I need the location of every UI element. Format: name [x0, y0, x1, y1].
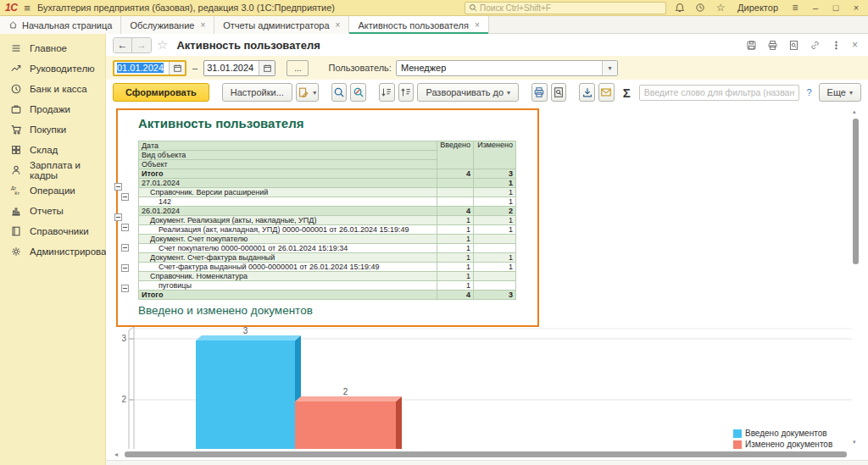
tab-close-icon[interactable]: ×: [200, 20, 205, 30]
date-from-input[interactable]: 01.01.2024: [114, 62, 169, 75]
help-icon[interactable]: ?: [806, 87, 811, 97]
sidebar-item-warehouse[interactable]: Склад: [0, 140, 105, 160]
sidebar-item-administration[interactable]: Администрирование: [0, 241, 105, 262]
scroll-up-icon[interactable]: ▴: [853, 108, 856, 115]
global-search[interactable]: [465, 2, 666, 14]
collapse-group-icon[interactable]: [121, 224, 129, 231]
table-row[interactable]: Документ. Счет покупателю 1: [139, 235, 516, 244]
search-button[interactable]: [331, 83, 348, 102]
sidebar-item-operations[interactable]: ДтКтОперации: [0, 180, 105, 201]
global-search-input[interactable]: [480, 3, 649, 13]
report-variants-button[interactable]: ▾: [296, 83, 319, 102]
toolbar-print-button[interactable]: [531, 83, 548, 102]
tab-bar: Начальная страницаОбслуживание×Отчеты ад…: [0, 16, 868, 34]
tab-label: Обслуживание: [130, 20, 194, 30]
date-to-input[interactable]: 31.01.2024: [204, 61, 259, 75]
user-select-arrow-icon[interactable]: ▾: [602, 61, 617, 75]
user-filter-label: Пользователь:: [328, 63, 391, 73]
scroll-down-icon[interactable]: ▾: [853, 439, 856, 446]
history-icon[interactable]: [693, 1, 707, 14]
user-select[interactable]: Менеджер ▾: [396, 60, 618, 76]
generate-button[interactable]: Сформировать: [113, 83, 209, 102]
close-report-icon[interactable]: ×: [852, 39, 858, 51]
collapse-group-icon[interactable]: [121, 264, 129, 272]
gear-icon: [10, 246, 22, 257]
date-from-calendar-button[interactable]: [169, 62, 185, 75]
save-icon[interactable]: [746, 40, 757, 51]
person-icon: [10, 164, 22, 176]
table-row[interactable]: Итого 4 3: [139, 291, 516, 300]
report-title: Активность пользователя: [138, 115, 537, 132]
horizontal-scroll-thumb[interactable]: [125, 451, 847, 457]
quick-filter-input[interactable]: [639, 85, 800, 101]
sidebar-item-salary-hr[interactable]: Зарплата и кадры: [0, 160, 105, 180]
period-dash: –: [192, 63, 198, 73]
scroll-left-icon[interactable]: ◂: [114, 451, 118, 458]
table-row[interactable]: Счет-фактура выданный 0000-0000001 от 26…: [139, 263, 516, 272]
more-actions-icon[interactable]: [831, 40, 842, 51]
collapse-group-icon[interactable]: [121, 285, 129, 292]
sidebar-item-label: Руководителю: [30, 64, 95, 74]
report-toolbar: Сформировать Настройки... ▾ Разворачиват…: [106, 80, 868, 105]
minimize-button[interactable]: –: [809, 3, 822, 13]
sidebar-item-sales[interactable]: Продажи: [0, 99, 105, 119]
vertical-scrollbar[interactable]: ▴ ▾: [852, 107, 860, 449]
tab-user-activity[interactable]: Активность пользователя×: [349, 16, 488, 34]
table-row[interactable]: пуговицы 1: [139, 281, 516, 291]
sidebar-item-purchases[interactable]: Покупки: [0, 119, 105, 140]
report-header-icons: ×: [746, 39, 861, 51]
get-link-icon[interactable]: [810, 40, 821, 51]
table-row[interactable]: Итого 4 3: [139, 169, 516, 179]
table-row[interactable]: Реализация (акт, накладная, УПД) 0000-00…: [139, 225, 516, 235]
table-row[interactable]: Счет покупателю 0000-000001 от 26.01.202…: [139, 244, 516, 253]
table-row[interactable]: 26.01.2024 4 2: [139, 207, 516, 216]
tab-service[interactable]: Обслуживание×: [121, 16, 214, 34]
tab-admin-reports[interactable]: Отчеты администратора×: [214, 16, 349, 34]
table-row[interactable]: Документ. Реализация (акты, накладные, У…: [139, 216, 516, 225]
back-button[interactable]: ←: [114, 38, 132, 53]
table-row[interactable]: Справочник. Номенклатура 1: [139, 272, 516, 281]
tab-home[interactable]: Начальная страница: [0, 16, 121, 34]
sidebar-item-main[interactable]: Главное: [0, 38, 105, 58]
date-to-calendar-button[interactable]: [259, 61, 275, 75]
collapse-all-button[interactable]: [398, 83, 415, 102]
collapse-group-icon[interactable]: [114, 183, 122, 191]
print-preview-icon[interactable]: [788, 40, 799, 51]
collapse-group-icon[interactable]: [114, 213, 122, 221]
sidebar-item-bank-cash[interactable]: Банк и касса: [0, 79, 105, 99]
favorites-icon[interactable]: ☆: [714, 1, 727, 14]
collapse-group-icon[interactable]: [121, 244, 129, 252]
expand-to-button[interactable]: Разворачивать до▾: [417, 83, 519, 102]
close-window-button[interactable]: ×: [849, 3, 863, 13]
toolbar-preview-button[interactable]: [551, 83, 567, 102]
sidebar-item-catalogs[interactable]: Справочники: [0, 221, 105, 241]
print-icon[interactable]: [767, 40, 778, 51]
user-name[interactable]: Директор: [737, 3, 778, 13]
more-button[interactable]: Еще▾: [819, 83, 861, 102]
forward-button[interactable]: →: [132, 38, 151, 53]
maximize-button[interactable]: □: [829, 3, 843, 13]
save-file-button[interactable]: [579, 83, 595, 102]
send-email-button[interactable]: [598, 83, 615, 102]
activity-bar-chart[interactable]: 3232: [118, 325, 852, 449]
period-options-button[interactable]: ...: [287, 60, 309, 76]
sidebar-item-reports[interactable]: Отчеты: [0, 201, 105, 221]
collapse-group-icon[interactable]: [121, 193, 129, 201]
sidebar-item-manager[interactable]: Руководителю: [0, 58, 105, 79]
service-menu-icon[interactable]: ≡: [788, 1, 802, 14]
vertical-scroll-thumb[interactable]: [853, 119, 859, 264]
table-row[interactable]: 27.01.2024 1: [139, 179, 516, 188]
expand-all-button[interactable]: [379, 83, 395, 102]
search-cancel-button[interactable]: [350, 83, 366, 102]
table-row[interactable]: Справочник. Версии расширений 1: [139, 188, 516, 197]
table-row[interactable]: Документ. Счет-фактура выданный 1 1: [139, 253, 516, 263]
main-menu-icon[interactable]: ≡: [24, 3, 31, 14]
totals-sigma-icon[interactable]: Σ: [623, 86, 631, 100]
horizontal-scrollbar[interactable]: ◂: [114, 451, 855, 458]
favorite-star-icon[interactable]: ☆: [157, 37, 168, 53]
settings-button[interactable]: Настройки...: [222, 83, 292, 102]
tab-close-icon[interactable]: ×: [336, 20, 341, 30]
table-row[interactable]: 142 1: [139, 197, 516, 207]
notifications-icon[interactable]: [673, 1, 687, 14]
tab-close-icon[interactable]: ×: [475, 20, 480, 30]
